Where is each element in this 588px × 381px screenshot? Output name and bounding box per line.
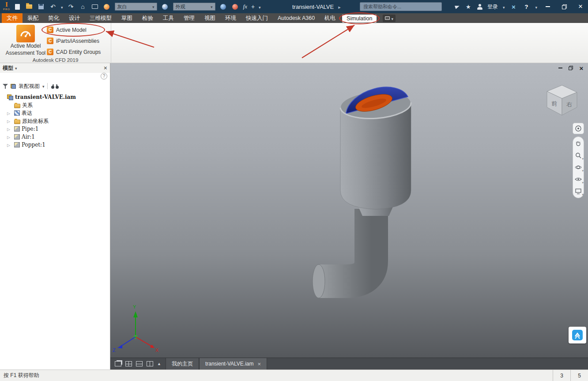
view-face-icon[interactable] <box>574 187 583 195</box>
tab-tools[interactable]: 工具 <box>158 13 179 23</box>
tab-file[interactable]: 文件 <box>2 13 23 23</box>
display-settings-icon[interactable] <box>91 3 99 11</box>
tree-item-assembly-root[interactable]: transient-VALVE.iam <box>0 93 110 101</box>
tab-sketch[interactable]: 草图 <box>117 13 137 23</box>
sign-in-button[interactable]: 登录 <box>487 3 498 11</box>
restore-button[interactable] <box>558 0 570 13</box>
tab-manage[interactable]: 管理 <box>179 13 200 23</box>
tab-my-home[interactable]: 我的主页 <box>166 358 199 370</box>
help-search-input[interactable] <box>360 2 442 11</box>
chevron-right-icon[interactable] <box>338 3 341 11</box>
document-tab-bar: 我的主页 transient-VALVE.iam <box>110 358 588 370</box>
active-model-assessment-tool-button[interactable]: Active Model Assessment Tool <box>5 25 46 57</box>
appearance-select[interactable]: 外观 <box>173 3 215 11</box>
viewport-restore-icon[interactable] <box>568 65 574 71</box>
viewcube[interactable]: 前 右 <box>541 80 583 122</box>
axis-x-label: X <box>155 347 159 353</box>
orbit-icon[interactable] <box>574 163 583 171</box>
tree-item-air[interactable]: Air:1 <box>0 133 110 141</box>
tile-horizontal-icon[interactable] <box>136 361 143 366</box>
tab-close-icon[interactable] <box>258 361 261 367</box>
tree-item-representations[interactable]: 表达 <box>0 109 110 117</box>
pan-hand-icon[interactable] <box>574 140 583 147</box>
view-mode-label[interactable]: 装配视图 <box>19 83 40 90</box>
expander-icon[interactable] <box>7 142 12 148</box>
adjust-sphere-icon[interactable] <box>219 3 227 11</box>
cascade-windows-icon[interactable] <box>115 361 121 366</box>
tab-get-started[interactable]: 快速入门 <box>241 13 273 23</box>
tree-item-relationships[interactable]: 关系 <box>0 101 110 109</box>
help-icon[interactable] <box>101 73 107 79</box>
tab-environments[interactable]: 环境 <box>220 13 241 23</box>
viewport-close-icon[interactable] <box>578 65 584 71</box>
tab-assemble[interactable]: 装配 <box>23 13 43 23</box>
zoom-icon[interactable] <box>574 151 583 159</box>
expander-icon[interactable] <box>7 126 12 132</box>
tab-electromechanical[interactable]: 机电 <box>320 13 340 23</box>
chevron-down-icon[interactable] <box>15 65 17 71</box>
save-icon[interactable] <box>37 3 45 11</box>
expand-tab-bar-icon[interactable] <box>157 362 161 366</box>
cfd-cube-icon <box>47 26 53 33</box>
open-file-icon[interactable] <box>25 3 33 11</box>
parameters-fx-button[interactable]: fx <box>243 3 247 10</box>
help-dropdown-icon[interactable] <box>535 3 537 10</box>
viewport-3d[interactable]: Y X Z 前 右 <box>110 63 588 358</box>
expander-icon[interactable] <box>7 118 12 124</box>
dismiss-icon[interactable] <box>509 3 517 11</box>
filter-icon[interactable] <box>3 83 8 89</box>
tab-view[interactable]: 视图 <box>200 13 220 23</box>
look-at-eye-icon[interactable] <box>574 175 583 183</box>
iparts-iassemblies-button[interactable]: iParts/iAssemblies <box>47 35 101 46</box>
tab-3d-model[interactable]: 三维模型 <box>85 13 117 23</box>
expander-icon[interactable] <box>7 134 12 140</box>
tab-autodesk-a360[interactable]: Autodesk A360 <box>273 13 320 23</box>
user-icon[interactable] <box>477 4 482 10</box>
cad-entity-groups-button[interactable]: CAD Entity Groups <box>47 46 101 57</box>
active-model-label: Active Model <box>56 27 87 33</box>
minimize-button[interactable] <box>542 0 554 13</box>
full-navigation-wheel-button[interactable] <box>573 123 584 134</box>
tab-simplify[interactable]: 简化 <box>43 13 64 23</box>
assembly-view-icon[interactable] <box>11 84 16 89</box>
inventor-logo[interactable]: I PRO <box>2 1 11 12</box>
appearance-sphere-icon[interactable] <box>103 3 111 11</box>
tree-item-origin[interactable]: 原始坐标系 <box>0 117 110 125</box>
tree-item-pipe[interactable]: Pipe:1 <box>0 125 110 133</box>
pipe-body[interactable] <box>319 209 371 281</box>
tab-transient-valve[interactable]: transient-VALVE.iam <box>199 358 267 370</box>
pipe-opening[interactable] <box>313 264 325 298</box>
new-file-icon[interactable] <box>13 3 21 11</box>
undo-icon[interactable] <box>49 3 57 11</box>
browser-close-icon[interactable] <box>104 64 107 72</box>
tree-item-poppet[interactable]: Poppet:1 <box>0 141 110 149</box>
tab-inspect[interactable]: 检验 <box>137 13 158 23</box>
capture-button[interactable] <box>383 15 396 22</box>
help-question-icon[interactable] <box>522 3 530 11</box>
qat-dropdown-icon[interactable] <box>259 3 261 10</box>
expander-icon[interactable] <box>7 110 12 116</box>
tile-vertical-icon[interactable] <box>147 361 153 366</box>
valve-model-scene[interactable]: Y X Z <box>110 63 588 358</box>
home-icon[interactable] <box>79 3 87 11</box>
tab-design[interactable]: 设计 <box>64 13 85 23</box>
add-qat-icon[interactable]: + <box>251 3 255 10</box>
favorites-star-icon[interactable] <box>464 3 472 11</box>
search-binoculars-icon[interactable] <box>51 83 59 89</box>
cfd-launch-button[interactable] <box>569 327 586 343</box>
account-dropdown-icon[interactable] <box>503 3 505 10</box>
tab-simulation[interactable]: Simulation <box>342 14 377 23</box>
measure-sphere-icon[interactable] <box>231 3 239 11</box>
tile-grid-icon[interactable] <box>125 361 132 366</box>
chevron-down-icon[interactable] <box>42 83 45 89</box>
viewport-minimize-icon[interactable] <box>557 65 563 71</box>
close-button[interactable] <box>575 0 586 13</box>
active-model-button[interactable]: Active Model <box>47 24 101 35</box>
material-sphere-icon[interactable] <box>161 3 169 11</box>
pen-icon[interactable] <box>455 4 460 9</box>
axis-z-label: Z <box>113 347 116 353</box>
material-select[interactable]: 灰白 <box>115 3 157 11</box>
undo-dropdown-icon[interactable] <box>61 3 63 10</box>
browser-title[interactable]: 模型 <box>3 64 13 72</box>
redo-icon[interactable] <box>67 3 75 11</box>
